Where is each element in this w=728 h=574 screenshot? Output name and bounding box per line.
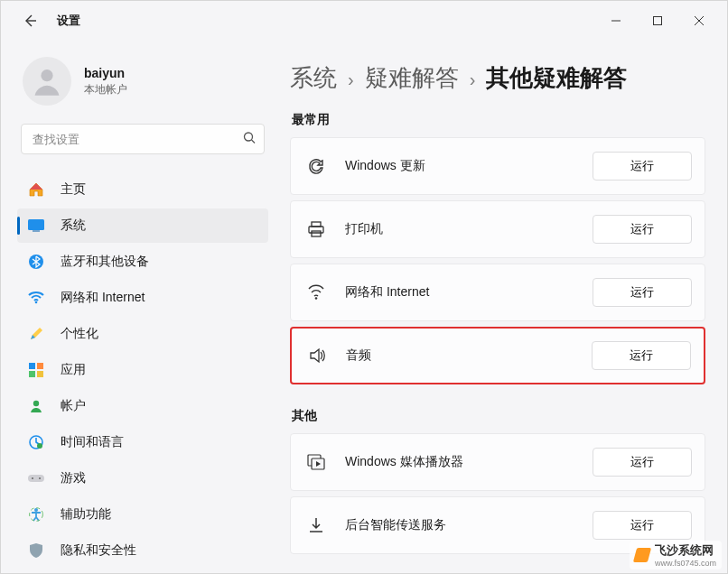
user-icon: [30, 64, 64, 98]
brush-icon: [26, 324, 46, 344]
profile-subtitle: 本地帐户: [84, 82, 127, 97]
sidebar: baiyun 本地帐户 主页 系统 蓝牙和其他设备: [1, 41, 279, 573]
main-content: 系统 › 疑难解答 › 其他疑难解答 最常用 Windows 更新 运行 打印机…: [279, 41, 727, 573]
back-button[interactable]: [15, 6, 44, 35]
profile-block[interactable]: baiyun 本地帐户: [23, 57, 268, 106]
speaker-icon: [304, 343, 330, 368]
sidebar-item-bluetooth[interactable]: 蓝牙和其他设备: [17, 245, 268, 279]
search-wrap: [21, 124, 265, 154]
sidebar-item-system[interactable]: 系统: [17, 208, 268, 243]
sidebar-item-accessibility[interactable]: 辅助功能: [17, 497, 268, 532]
sidebar-item-label: 主页: [61, 181, 86, 198]
titlebar: 设置: [1, 1, 727, 41]
wifi-icon: [26, 288, 46, 308]
close-button[interactable]: [678, 7, 720, 34]
svg-rect-8: [33, 230, 40, 232]
card-label: 打印机: [345, 221, 593, 237]
sidebar-item-label: 个性化: [61, 326, 98, 342]
svg-point-4: [41, 69, 52, 81]
svg-point-21: [34, 508, 38, 512]
sidebar-item-label: 系统: [61, 218, 86, 234]
breadcrumb: 系统 › 疑难解答 › 其他疑难解答: [290, 62, 705, 94]
card-label: Windows 媒体播放器: [345, 454, 593, 470]
sidebar-item-label: 帐户: [61, 398, 86, 414]
download-icon: [303, 513, 329, 538]
svg-point-20: [39, 477, 41, 479]
sidebar-item-gaming[interactable]: 游戏: [17, 461, 268, 495]
svg-line-6: [252, 140, 256, 144]
search-input[interactable]: [21, 124, 265, 154]
run-button[interactable]: 运行: [593, 152, 692, 181]
sidebar-item-label: 隐私和安全性: [61, 542, 136, 559]
svg-point-26: [315, 297, 318, 300]
run-button[interactable]: 运行: [592, 341, 691, 370]
svg-rect-18: [28, 475, 44, 482]
shield-icon: [26, 541, 46, 560]
profile-name: baiyun: [84, 66, 127, 80]
svg-point-17: [37, 443, 42, 449]
crumb-troubleshoot[interactable]: 疑难解答: [365, 62, 459, 94]
svg-rect-14: [37, 371, 43, 377]
globe-clock-icon: [26, 432, 46, 452]
svg-rect-25: [312, 231, 321, 236]
svg-point-15: [33, 401, 39, 406]
card-label: 后台智能传送服务: [345, 517, 593, 533]
sidebar-item-label: 游戏: [61, 470, 86, 486]
svg-rect-1: [654, 17, 662, 25]
watermark: 飞沙系统网 www.fs0745.com: [630, 541, 722, 569]
sidebar-item-label: 蓝牙和其他设备: [61, 254, 149, 270]
maximize-button[interactable]: [637, 7, 678, 34]
svg-rect-7: [28, 219, 44, 230]
app-title: 设置: [57, 13, 80, 29]
svg-rect-11: [29, 363, 35, 369]
sidebar-item-label: 时间和语言: [61, 434, 124, 450]
system-icon: [26, 216, 46, 236]
sidebar-item-time-language[interactable]: 时间和语言: [17, 425, 268, 459]
svg-rect-12: [37, 363, 43, 369]
sidebar-item-privacy[interactable]: 隐私和安全性: [17, 533, 268, 568]
person-icon: [26, 396, 46, 416]
svg-rect-13: [29, 371, 35, 377]
chevron-right-icon: ›: [470, 69, 476, 90]
svg-rect-23: [312, 222, 321, 227]
network-icon: [303, 280, 329, 305]
printer-icon: [303, 217, 329, 242]
avatar: [23, 57, 71, 106]
svg-point-19: [32, 477, 33, 479]
crumb-system[interactable]: 系统: [290, 62, 337, 94]
nav-list: 主页 系统 蓝牙和其他设备 网络和 Internet 个性化 应用: [17, 172, 268, 568]
update-icon: [303, 153, 329, 179]
card-label: 网络和 Internet: [345, 284, 593, 301]
sidebar-item-apps[interactable]: 应用: [17, 353, 268, 387]
accessibility-icon: [26, 505, 46, 524]
troubleshooter-card-media-player: Windows 媒体播放器 运行: [290, 433, 705, 491]
bluetooth-icon: [26, 252, 46, 272]
svg-point-5: [245, 133, 253, 141]
section-other-title: 其他: [292, 408, 705, 424]
gamepad-icon: [26, 468, 46, 488]
troubleshooter-card-printer: 打印机 运行: [290, 200, 705, 258]
chevron-right-icon: ›: [348, 69, 354, 90]
minimize-button[interactable]: [595, 7, 637, 34]
home-icon: [26, 180, 46, 199]
arrow-left-icon: [23, 14, 37, 28]
crumb-current: 其他疑难解答: [486, 62, 627, 94]
sidebar-item-accounts[interactable]: 帐户: [17, 389, 268, 423]
sidebar-item-personalization[interactable]: 个性化: [17, 317, 268, 351]
run-button[interactable]: 运行: [593, 215, 692, 244]
sidebar-item-network[interactable]: 网络和 Internet: [17, 281, 268, 315]
sidebar-item-label: 辅助功能: [61, 506, 111, 523]
watermark-url: www.fs0745.com: [655, 559, 716, 568]
sidebar-item-home[interactable]: 主页: [17, 172, 268, 207]
svg-point-10: [35, 301, 38, 304]
watermark-name: 飞沙系统网: [655, 542, 716, 559]
window-controls: [595, 7, 720, 34]
troubleshooter-card-windows-update: Windows 更新 运行: [290, 137, 705, 195]
apps-icon: [26, 360, 46, 380]
run-button[interactable]: 运行: [593, 448, 692, 477]
run-button[interactable]: 运行: [593, 278, 692, 307]
search-icon: [243, 132, 256, 147]
sidebar-item-label: 网络和 Internet: [61, 290, 145, 306]
watermark-logo-icon: [633, 548, 651, 562]
run-button[interactable]: 运行: [593, 511, 692, 540]
